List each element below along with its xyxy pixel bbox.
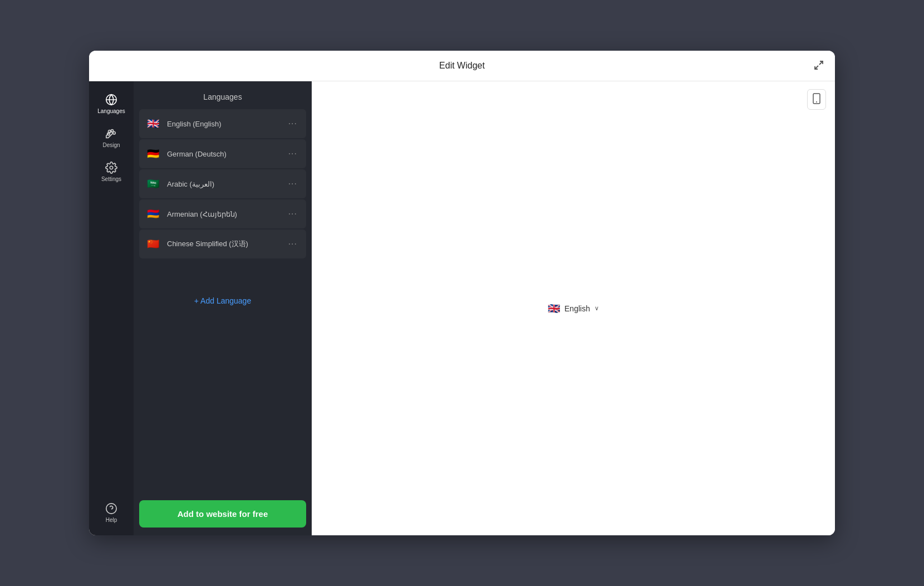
language-name-hy: Armenian (Հայերեն) <box>167 210 286 218</box>
add-language-button[interactable]: + Add Language <box>194 296 251 305</box>
svg-line-1 <box>815 66 818 69</box>
modal-header: Edit Widget <box>89 51 835 81</box>
language-name-de: German (Deutsch) <box>167 150 286 158</box>
svg-line-0 <box>819 61 823 65</box>
sidebar-item-help[interactable]: Help <box>89 496 134 530</box>
svg-point-7 <box>110 166 113 169</box>
add-language-row: + Add Language <box>134 287 312 315</box>
chevron-down-icon: ∨ <box>594 305 599 312</box>
modal-body: Languages Design Settings <box>89 81 835 535</box>
expand-button[interactable] <box>814 60 824 72</box>
flag-ar: 🇸🇦 <box>146 177 160 191</box>
sidebar-item-settings[interactable]: Settings <box>89 155 134 189</box>
language-item-ar[interactable]: 🇸🇦 Arabic (العربية) ··· <box>139 169 306 198</box>
icon-sidebar: Languages Design Settings <box>89 81 134 535</box>
language-menu-de[interactable]: ··· <box>286 148 299 160</box>
preview-flag: 🇬🇧 <box>548 302 560 315</box>
sidebar-help-label: Help <box>106 517 117 523</box>
language-name-en: English (English) <box>167 120 286 128</box>
sidebar-design-label: Design <box>102 142 120 148</box>
flag-zh: 🇨🇳 <box>146 237 160 251</box>
language-panel-header: Languages <box>134 81 312 109</box>
flag-en: 🇬🇧 <box>146 116 160 131</box>
language-item-en[interactable]: 🇬🇧 English (English) ··· <box>139 109 306 138</box>
add-website-button[interactable]: Add to website for free <box>139 500 306 528</box>
language-item-zh[interactable]: 🇨🇳 Chinese Simplified (汉语) ··· <box>139 229 306 258</box>
svg-point-8 <box>106 504 116 514</box>
language-dropdown-preview[interactable]: 🇬🇧 English ∨ <box>548 302 599 315</box>
sidebar-item-languages[interactable]: Languages <box>89 87 134 121</box>
sidebar-settings-label: Settings <box>101 176 121 182</box>
panel-footer: Add to website for free <box>134 492 312 535</box>
language-item-de[interactable]: 🇩🇪 German (Deutsch) ··· <box>139 139 306 168</box>
language-menu-hy[interactable]: ··· <box>286 208 299 220</box>
language-name-ar: Arabic (العربية) <box>167 180 286 188</box>
flag-de: 🇩🇪 <box>146 146 160 161</box>
language-name-zh: Chinese Simplified (汉语) <box>167 239 286 249</box>
language-menu-ar[interactable]: ··· <box>286 178 299 190</box>
mobile-preview-button[interactable] <box>807 89 826 110</box>
preview-language-name: English <box>564 304 590 313</box>
language-menu-en[interactable]: ··· <box>286 118 299 130</box>
language-list: 🇬🇧 English (English) ··· 🇩🇪 German (Deut… <box>134 109 312 287</box>
modal-title: Edit Widget <box>439 61 485 71</box>
language-item-hy[interactable]: 🇦🇲 Armenian (Հայերեն) ··· <box>139 199 306 228</box>
sidebar-languages-label: Languages <box>97 108 125 114</box>
flag-hy: 🇦🇲 <box>146 207 160 221</box>
language-panel: Languages 🇬🇧 English (English) ··· 🇩🇪 Ge… <box>134 81 312 535</box>
sidebar-item-design[interactable]: Design <box>89 121 134 155</box>
preview-area: 🇬🇧 English ∨ <box>312 81 835 535</box>
edit-widget-modal: Edit Widget Languages <box>89 51 835 535</box>
language-menu-zh[interactable]: ··· <box>286 238 299 250</box>
